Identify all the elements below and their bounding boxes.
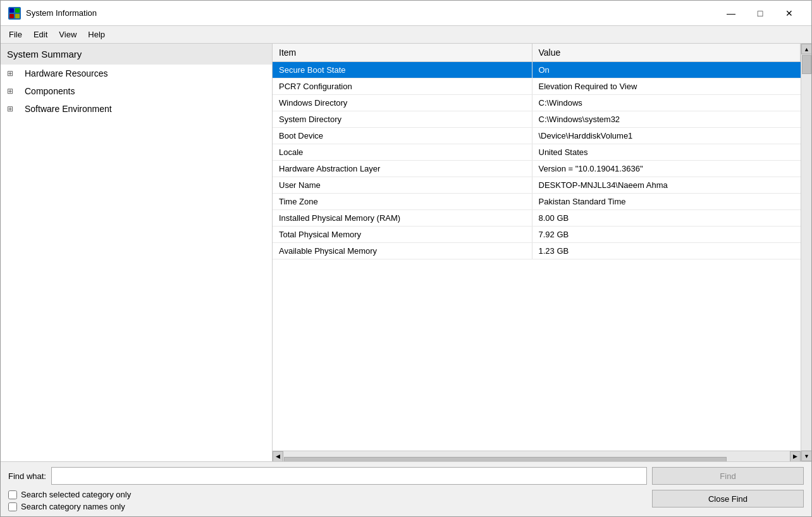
expand-icon-components: ⊞	[7, 87, 17, 96]
horizontal-scrollbar[interactable]: ◀ ▶	[273, 451, 801, 461]
table-row[interactable]: Installed Physical Memory (RAM)8.00 GB	[273, 210, 801, 227]
expand-icon-hardware-resources: ⊞	[7, 69, 17, 78]
table-cell-item: System Directory	[273, 111, 532, 128]
left-panel: System Summary⊞Hardware Resources⊞Compon…	[1, 44, 273, 461]
table-row[interactable]: Available Physical Memory1.23 GB	[273, 243, 801, 259]
main-content: System Summary⊞Hardware Resources⊞Compon…	[1, 44, 811, 461]
table-cell-value: \Device\HarddiskVolume1	[532, 128, 801, 144]
scroll-thumb[interactable]	[802, 55, 811, 74]
table-with-scroll: Item Value Secure Boot StateOnPCR7 Confi…	[273, 44, 811, 461]
find-bar: Find what: Find Search selected category…	[1, 461, 811, 516]
table-cell-item: Secure Boot State	[273, 62, 532, 78]
sidebar-item-hardware-resources[interactable]: ⊞Hardware Resources	[1, 65, 272, 82]
close-button[interactable]: ✕	[775, 4, 804, 23]
sidebar-label-hardware-resources: Hardware Resources	[25, 68, 108, 78]
table-row[interactable]: Boot Device\Device\HarddiskVolume1	[273, 128, 801, 144]
table-container[interactable]: Item Value Secure Boot StateOnPCR7 Confi…	[273, 44, 801, 451]
window-title: System Information	[26, 8, 717, 18]
search-category-label: Search selected category only	[21, 490, 131, 499]
sidebar-item-components[interactable]: ⊞Components	[1, 82, 272, 100]
vertical-scrollbar[interactable]: ▲ ▼	[801, 44, 811, 461]
table-cell-item: Time Zone	[273, 194, 532, 210]
find-options: Search selected category only Search cat…	[8, 490, 131, 511]
table-cell-item: Total Physical Memory	[273, 227, 532, 243]
table-row[interactable]: LocaleUnited States	[273, 144, 801, 161]
table-cell-value: United States	[532, 144, 801, 161]
right-area: Item Value Secure Boot StateOnPCR7 Confi…	[273, 44, 811, 461]
search-category-checkbox[interactable]	[8, 490, 17, 499]
table-cell-value: 1.23 GB	[532, 243, 801, 259]
svg-rect-2	[9, 14, 14, 18]
table-row[interactable]: Time ZonePakistan Standard Time	[273, 194, 801, 210]
title-bar: System Information — □ ✕	[1, 1, 811, 26]
table-cell-item: Available Physical Memory	[273, 243, 532, 259]
search-names-checkbox[interactable]	[8, 502, 17, 511]
find-label: Find what:	[8, 471, 46, 481]
table-row[interactable]: User NameDESKTOP-MNJLL34\Naeem Ahma	[273, 177, 801, 194]
h-scroll-thumb[interactable]	[284, 457, 727, 461]
menu-item-edit[interactable]: Edit	[28, 27, 53, 42]
col-header-value: Value	[532, 44, 801, 62]
sidebar-label-software-environment: Software Environment	[25, 104, 112, 114]
sidebar-label-system-summary: System Summary	[7, 49, 82, 59]
menu-item-view[interactable]: View	[53, 27, 82, 42]
search-category-option[interactable]: Search selected category only	[8, 490, 131, 499]
close-find-button[interactable]: Close Find	[652, 490, 804, 508]
find-row: Find what: Find	[8, 467, 804, 485]
find-input[interactable]	[51, 467, 647, 485]
table-cell-value: DESKTOP-MNJLL34\Naeem Ahma	[532, 177, 801, 194]
table-row[interactable]: System DirectoryC:\Windows\system32	[273, 111, 801, 128]
table-cell-value: On	[532, 62, 801, 78]
table-cell-value: Pakistan Standard Time	[532, 194, 801, 210]
sidebar-item-software-environment[interactable]: ⊞Software Environment	[1, 100, 272, 118]
table-cell-value: 8.00 GB	[532, 210, 801, 227]
table-row[interactable]: Hardware Abstraction LayerVersion = "10.…	[273, 161, 801, 177]
main-window: System Information — □ ✕ FileEditViewHel…	[0, 0, 812, 517]
table-cell-value: C:\Windows	[532, 95, 801, 111]
search-names-label: Search category names only	[21, 502, 125, 511]
table-row[interactable]: Secure Boot StateOn	[273, 62, 801, 78]
menu-item-help[interactable]: Help	[82, 27, 111, 42]
find-button[interactable]: Find	[652, 467, 804, 485]
table-cell-item: Locale	[273, 144, 532, 161]
h-scroll-left-btn[interactable]: ◀	[273, 451, 283, 462]
table-cell-item: User Name	[273, 177, 532, 194]
table-row[interactable]: PCR7 ConfigurationElevation Required to …	[273, 78, 801, 95]
table-cell-value: 7.92 GB	[532, 227, 801, 243]
svg-rect-1	[15, 8, 20, 13]
table-cell-item: Hardware Abstraction Layer	[273, 161, 532, 177]
right-panel: Item Value Secure Boot StateOnPCR7 Confi…	[273, 44, 801, 461]
svg-rect-3	[15, 14, 20, 18]
maximize-button[interactable]: □	[746, 4, 775, 23]
find-bottom: Search selected category only Search cat…	[8, 490, 804, 511]
table-cell-item: Windows Directory	[273, 95, 532, 111]
table-cell-item: PCR7 Configuration	[273, 78, 532, 95]
h-scroll-right-btn[interactable]: ▶	[790, 451, 801, 462]
col-header-item: Item	[273, 44, 532, 62]
scroll-up-btn[interactable]: ▲	[801, 44, 811, 54]
table-row[interactable]: Windows DirectoryC:\Windows	[273, 95, 801, 111]
table-row[interactable]: Total Physical Memory7.92 GB	[273, 227, 801, 243]
search-names-option[interactable]: Search category names only	[8, 502, 131, 511]
sidebar-label-components: Components	[25, 86, 75, 96]
scroll-down-btn[interactable]: ▼	[801, 451, 811, 461]
table-cell-value: Elevation Required to View	[532, 78, 801, 95]
data-table: Item Value Secure Boot StateOnPCR7 Confi…	[273, 44, 801, 259]
table-cell-value: C:\Windows\system32	[532, 111, 801, 128]
expand-icon-software-environment: ⊞	[7, 104, 17, 113]
window-controls: — □ ✕	[717, 4, 804, 23]
table-cell-item: Installed Physical Memory (RAM)	[273, 210, 532, 227]
sidebar-item-system-summary[interactable]: System Summary	[1, 44, 272, 65]
table-cell-item: Boot Device	[273, 128, 532, 144]
table-cell-value: Version = "10.0.19041.3636"	[532, 161, 801, 177]
menu-item-file[interactable]: File	[3, 27, 28, 42]
menu-bar: FileEditViewHelp	[1, 26, 811, 44]
app-icon	[8, 7, 21, 20]
svg-rect-0	[9, 8, 14, 13]
minimize-button[interactable]: —	[717, 4, 746, 23]
scroll-track[interactable]	[801, 54, 811, 451]
